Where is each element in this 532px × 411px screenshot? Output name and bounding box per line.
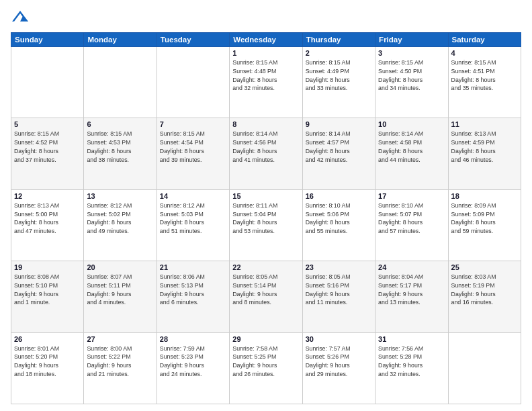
day-number: 21 bbox=[160, 263, 226, 271]
day-info: Sunrise: 8:12 AM Sunset: 5:03 PM Dayligh… bbox=[160, 201, 226, 236]
calendar-cell: 19Sunrise: 8:08 AM Sunset: 5:10 PM Dayli… bbox=[11, 261, 84, 332]
calendar-cell: 16Sunrise: 8:10 AM Sunset: 5:06 PM Dayli… bbox=[302, 189, 375, 261]
day-info: Sunrise: 8:05 AM Sunset: 5:14 PM Dayligh… bbox=[232, 273, 299, 307]
calendar-cell bbox=[11, 47, 84, 118]
calendar-cell: 13Sunrise: 8:12 AM Sunset: 5:02 PM Dayli… bbox=[84, 189, 157, 261]
calendar-cell: 31Sunrise: 7:56 AM Sunset: 5:28 PM Dayli… bbox=[375, 332, 448, 404]
calendar-cell: 7Sunrise: 8:15 AM Sunset: 4:54 PM Daylig… bbox=[157, 118, 229, 189]
day-info: Sunrise: 8:04 AM Sunset: 5:17 PM Dayligh… bbox=[378, 273, 445, 307]
day-info: Sunrise: 7:56 AM Sunset: 5:28 PM Dayligh… bbox=[378, 345, 445, 379]
calendar-cell: 24Sunrise: 8:04 AM Sunset: 5:17 PM Dayli… bbox=[375, 261, 448, 332]
calendar-cell: 21Sunrise: 8:06 AM Sunset: 5:13 PM Dayli… bbox=[157, 261, 229, 332]
calendar-cell: 14Sunrise: 8:12 AM Sunset: 5:03 PM Dayli… bbox=[157, 189, 229, 261]
calendar-cell: 9Sunrise: 8:14 AM Sunset: 4:57 PM Daylig… bbox=[302, 118, 375, 189]
day-info: Sunrise: 8:07 AM Sunset: 5:11 PM Dayligh… bbox=[87, 273, 153, 307]
calendar-cell: 4Sunrise: 8:15 AM Sunset: 4:51 PM Daylig… bbox=[448, 47, 521, 118]
calendar-cell: 23Sunrise: 8:05 AM Sunset: 5:16 PM Dayli… bbox=[302, 261, 375, 332]
day-info: Sunrise: 8:13 AM Sunset: 4:59 PM Dayligh… bbox=[451, 130, 518, 164]
day-info: Sunrise: 8:03 AM Sunset: 5:19 PM Dayligh… bbox=[451, 273, 518, 307]
day-number: 7 bbox=[160, 120, 226, 128]
day-header-thursday: Thursday bbox=[302, 33, 375, 47]
day-number: 2 bbox=[306, 49, 372, 57]
day-number: 19 bbox=[14, 263, 81, 271]
calendar-cell: 11Sunrise: 8:13 AM Sunset: 4:59 PM Dayli… bbox=[448, 118, 521, 189]
day-number: 27 bbox=[87, 335, 153, 343]
calendar-header-row: SundayMondayTuesdayWednesdayThursdayFrid… bbox=[11, 33, 521, 47]
day-header-monday: Monday bbox=[84, 33, 157, 47]
day-info: Sunrise: 8:06 AM Sunset: 5:13 PM Dayligh… bbox=[160, 273, 226, 307]
day-header-tuesday: Tuesday bbox=[157, 33, 229, 47]
day-number: 12 bbox=[14, 192, 81, 200]
calendar-cell bbox=[157, 47, 229, 118]
day-info: Sunrise: 8:14 AM Sunset: 4:56 PM Dayligh… bbox=[232, 130, 299, 164]
day-number: 9 bbox=[306, 120, 372, 128]
day-info: Sunrise: 8:12 AM Sunset: 5:02 PM Dayligh… bbox=[87, 201, 153, 236]
day-number: 30 bbox=[306, 335, 372, 343]
day-number: 8 bbox=[232, 120, 299, 128]
day-number: 24 bbox=[378, 263, 445, 271]
day-header-wednesday: Wednesday bbox=[230, 33, 302, 47]
day-info: Sunrise: 8:05 AM Sunset: 5:16 PM Dayligh… bbox=[306, 273, 372, 307]
day-number: 10 bbox=[378, 120, 445, 128]
day-number: 11 bbox=[451, 120, 518, 128]
day-info: Sunrise: 8:11 AM Sunset: 5:04 PM Dayligh… bbox=[232, 201, 299, 236]
calendar-cell: 17Sunrise: 8:10 AM Sunset: 5:07 PM Dayli… bbox=[375, 189, 448, 261]
calendar-week-3: 19Sunrise: 8:08 AM Sunset: 5:10 PM Dayli… bbox=[11, 261, 521, 332]
header bbox=[11, 8, 521, 27]
day-info: Sunrise: 7:58 AM Sunset: 5:25 PM Dayligh… bbox=[232, 345, 299, 379]
day-number: 15 bbox=[232, 192, 299, 200]
day-info: Sunrise: 8:15 AM Sunset: 4:50 PM Dayligh… bbox=[378, 58, 445, 93]
day-info: Sunrise: 8:15 AM Sunset: 4:52 PM Dayligh… bbox=[14, 130, 81, 164]
day-info: Sunrise: 8:08 AM Sunset: 5:10 PM Dayligh… bbox=[14, 273, 81, 307]
day-number: 25 bbox=[451, 263, 518, 271]
calendar-table: SundayMondayTuesdayWednesdayThursdayFrid… bbox=[11, 32, 521, 404]
calendar-week-4: 26Sunrise: 8:01 AM Sunset: 5:20 PM Dayli… bbox=[11, 332, 521, 404]
page: SundayMondayTuesdayWednesdayThursdayFrid… bbox=[0, 0, 532, 411]
day-number: 31 bbox=[378, 335, 445, 343]
calendar-cell: 30Sunrise: 7:57 AM Sunset: 5:26 PM Dayli… bbox=[302, 332, 375, 404]
calendar-cell: 10Sunrise: 8:14 AM Sunset: 4:58 PM Dayli… bbox=[375, 118, 448, 189]
calendar-cell: 22Sunrise: 8:05 AM Sunset: 5:14 PM Dayli… bbox=[230, 261, 302, 332]
calendar-week-2: 12Sunrise: 8:13 AM Sunset: 5:00 PM Dayli… bbox=[11, 189, 521, 261]
day-info: Sunrise: 8:15 AM Sunset: 4:53 PM Dayligh… bbox=[87, 130, 153, 164]
calendar-week-0: 1Sunrise: 8:15 AM Sunset: 4:48 PM Daylig… bbox=[11, 47, 521, 118]
day-info: Sunrise: 8:15 AM Sunset: 4:48 PM Dayligh… bbox=[232, 58, 299, 93]
day-number: 6 bbox=[87, 120, 153, 128]
calendar-cell: 20Sunrise: 8:07 AM Sunset: 5:11 PM Dayli… bbox=[84, 261, 157, 332]
day-info: Sunrise: 7:57 AM Sunset: 5:26 PM Dayligh… bbox=[306, 345, 372, 379]
day-info: Sunrise: 8:09 AM Sunset: 5:09 PM Dayligh… bbox=[451, 201, 518, 236]
day-number: 5 bbox=[14, 120, 81, 128]
day-info: Sunrise: 8:10 AM Sunset: 5:06 PM Dayligh… bbox=[306, 201, 372, 236]
day-number: 28 bbox=[160, 335, 226, 343]
day-info: Sunrise: 8:10 AM Sunset: 5:07 PM Dayligh… bbox=[378, 201, 445, 236]
calendar-cell: 5Sunrise: 8:15 AM Sunset: 4:52 PM Daylig… bbox=[11, 118, 84, 189]
day-number: 16 bbox=[306, 192, 372, 200]
calendar-cell: 3Sunrise: 8:15 AM Sunset: 4:50 PM Daylig… bbox=[375, 47, 448, 118]
day-number: 4 bbox=[451, 49, 518, 57]
day-info: Sunrise: 8:00 AM Sunset: 5:22 PM Dayligh… bbox=[87, 345, 153, 379]
calendar-week-1: 5Sunrise: 8:15 AM Sunset: 4:52 PM Daylig… bbox=[11, 118, 521, 189]
day-header-saturday: Saturday bbox=[448, 33, 521, 47]
day-info: Sunrise: 8:14 AM Sunset: 4:58 PM Dayligh… bbox=[378, 130, 445, 164]
calendar-cell: 12Sunrise: 8:13 AM Sunset: 5:00 PM Dayli… bbox=[11, 189, 84, 261]
calendar-cell: 27Sunrise: 8:00 AM Sunset: 5:22 PM Dayli… bbox=[84, 332, 157, 404]
day-number: 26 bbox=[14, 335, 81, 343]
day-number: 20 bbox=[87, 263, 153, 271]
logo bbox=[11, 8, 32, 27]
day-info: Sunrise: 8:15 AM Sunset: 4:54 PM Dayligh… bbox=[160, 130, 226, 164]
calendar-cell: 26Sunrise: 8:01 AM Sunset: 5:20 PM Dayli… bbox=[11, 332, 84, 404]
logo-icon bbox=[11, 8, 30, 27]
calendar-cell bbox=[448, 332, 521, 404]
day-number: 18 bbox=[451, 192, 518, 200]
day-number: 14 bbox=[160, 192, 226, 200]
day-number: 1 bbox=[232, 49, 299, 57]
day-info: Sunrise: 8:14 AM Sunset: 4:57 PM Dayligh… bbox=[306, 130, 372, 164]
day-info: Sunrise: 8:13 AM Sunset: 5:00 PM Dayligh… bbox=[14, 201, 81, 236]
day-number: 29 bbox=[232, 335, 299, 343]
calendar-cell: 8Sunrise: 8:14 AM Sunset: 4:56 PM Daylig… bbox=[230, 118, 302, 189]
day-number: 22 bbox=[232, 263, 299, 271]
day-number: 13 bbox=[87, 192, 153, 200]
day-info: Sunrise: 8:01 AM Sunset: 5:20 PM Dayligh… bbox=[14, 345, 81, 379]
calendar-cell: 28Sunrise: 7:59 AM Sunset: 5:23 PM Dayli… bbox=[157, 332, 229, 404]
calendar-cell: 2Sunrise: 8:15 AM Sunset: 4:49 PM Daylig… bbox=[302, 47, 375, 118]
